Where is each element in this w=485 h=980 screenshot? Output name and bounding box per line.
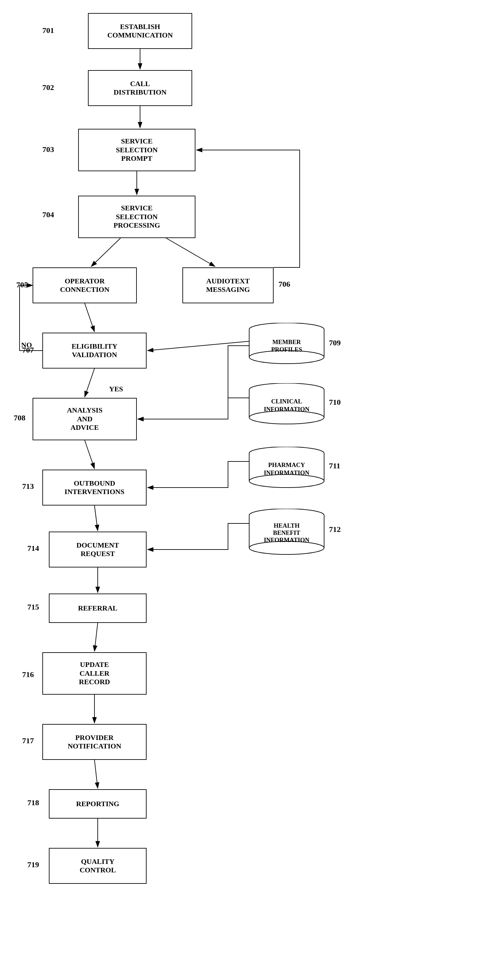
svg-line-12 <box>95 506 98 531</box>
svg-text:INFORMATION: INFORMATION <box>264 536 309 543</box>
svg-line-11 <box>85 440 95 469</box>
box-707: ELIGIBILITYVALIDATION <box>42 332 147 369</box>
text-715: REFERRAL <box>75 601 120 615</box>
label-713: 713 <box>22 482 34 491</box>
text-706: AUDIOTEXTMESSAGING <box>204 274 252 297</box>
cylinder-711: PHARMACY INFORMATION <box>247 447 326 489</box>
cylinder-712: HEALTH BENEFIT INFORMATION <box>247 509 326 556</box>
label-712: 712 <box>329 525 341 534</box>
flow-diagram: YES NO 701 ESTABLISHCOMMUNICATION 702 CA… <box>0 0 485 980</box>
box-714: DOCUMENTREQUEST <box>49 531 147 568</box>
svg-line-6 <box>166 238 215 266</box>
box-702: CALLDISTRIBUTION <box>88 70 192 106</box>
label-709: 709 <box>329 339 341 347</box>
svg-text:YES: YES <box>109 385 123 393</box>
text-702: CALLDISTRIBUTION <box>111 77 170 99</box>
label-706: 706 <box>279 280 290 289</box>
text-717: PROVIDERNOTIFICATION <box>65 731 124 753</box>
label-715: 715 <box>27 603 39 611</box>
label-711: 711 <box>329 461 341 470</box>
box-706: AUDIOTEXTMESSAGING <box>182 267 274 303</box>
svg-text:MEMBER: MEMBER <box>272 339 301 345</box>
text-708: ANALYSISANDADVICE <box>64 403 105 434</box>
label-704: 704 <box>42 210 54 219</box>
box-708: ANALYSISANDADVICE <box>33 398 137 440</box>
svg-text:PROFILES: PROFILES <box>271 346 302 353</box>
svg-line-9 <box>147 341 254 351</box>
label-710: 710 <box>329 398 341 407</box>
cylinder-710: CLINICAL INFORMATION <box>247 383 326 426</box>
text-719: QUALITYCONTROL <box>77 855 118 877</box>
text-716: UPDATECALLERRECORD <box>76 658 113 689</box>
text-713: OUTBOUNDINTERVENTIONS <box>62 476 127 499</box>
text-705: OPERATORCONNECTION <box>57 274 112 297</box>
label-716: 716 <box>22 670 34 679</box>
box-717: PROVIDERNOTIFICATION <box>42 724 147 760</box>
svg-text:INFORMATION: INFORMATION <box>264 406 309 412</box>
text-714: DOCUMENTREQUEST <box>74 538 122 561</box>
box-703: SERVICESELECTIONPROMPT <box>78 129 195 171</box>
box-719: QUALITYCONTROL <box>49 848 147 884</box>
box-715: REFERRAL <box>49 593 147 623</box>
svg-text:INFORMATION: INFORMATION <box>264 469 309 476</box>
box-713: OUTBOUNDINTERVENTIONS <box>42 469 147 506</box>
label-702: 702 <box>42 83 54 92</box>
box-718: REPORTING <box>49 789 147 819</box>
text-701: ESTABLISHCOMMUNICATION <box>105 20 175 42</box>
svg-line-5 <box>91 238 120 266</box>
label-707: 707 <box>22 346 34 355</box>
box-704: SERVICESELECTIONPROCESSING <box>78 196 195 238</box>
svg-text:PHARMACY: PHARMACY <box>268 461 305 468</box>
label-718: 718 <box>27 799 39 807</box>
box-716: UPDATECALLERRECORD <box>42 652 147 695</box>
label-714: 714 <box>27 544 39 553</box>
label-701: 701 <box>42 26 54 35</box>
text-707: ELIGIBILITYVALIDATION <box>69 339 120 362</box>
svg-point-45 <box>249 541 324 554</box>
label-705: 705 <box>16 280 28 289</box>
svg-point-31 <box>249 411 324 424</box>
svg-point-38 <box>249 474 324 488</box>
label-708: 708 <box>14 414 25 422</box>
svg-text:HEALTH: HEALTH <box>274 522 300 529</box>
text-704: SERVICESELECTIONPROCESSING <box>111 201 163 232</box>
label-719: 719 <box>27 860 39 869</box>
svg-text:BENEFIT: BENEFIT <box>273 529 300 536</box>
label-717: 717 <box>22 737 34 745</box>
text-718: REPORTING <box>74 797 122 811</box>
cylinder-709: MEMBER PROFILES <box>247 323 326 365</box>
svg-line-8 <box>85 369 95 397</box>
text-703: SERVICESELECTIONPROMPT <box>113 134 160 165</box>
svg-text:CLINICAL: CLINICAL <box>271 398 302 405</box>
svg-line-14 <box>95 623 98 651</box>
box-705: OPERATORCONNECTION <box>33 267 137 303</box>
box-701: ESTABLISHCOMMUNICATION <box>88 13 192 49</box>
svg-line-16 <box>95 760 98 788</box>
svg-line-7 <box>85 303 95 332</box>
label-703: 703 <box>42 145 54 154</box>
